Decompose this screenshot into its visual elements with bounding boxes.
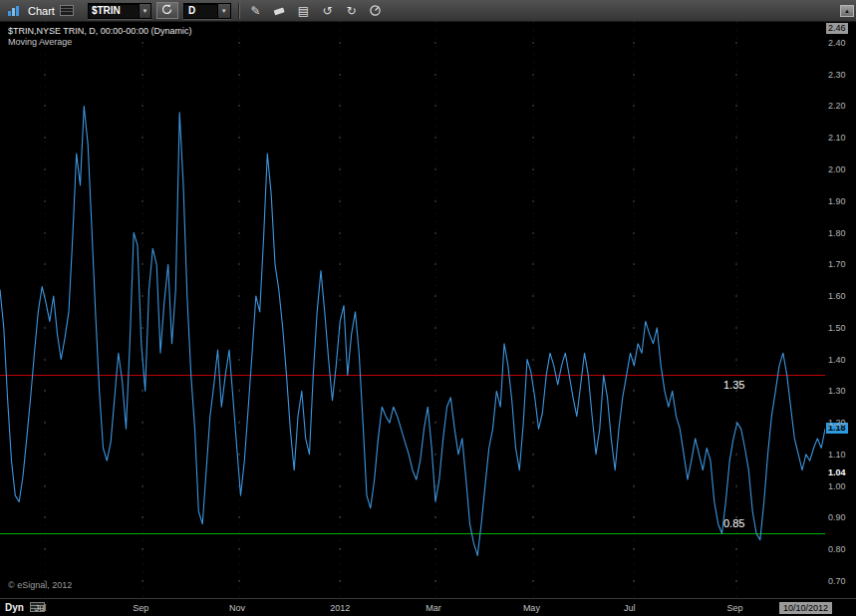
y-axis-tick: 2.00 bbox=[828, 164, 846, 174]
y-axis-tick: 1.90 bbox=[828, 196, 846, 206]
interval-dropdown-arrow[interactable]: ▼ bbox=[217, 4, 230, 18]
symbol-input[interactable] bbox=[89, 5, 139, 16]
symbol-dropdown-arrow[interactable]: ▼ bbox=[139, 4, 150, 18]
ma-value-label: 1.04 bbox=[826, 467, 848, 478]
x-axis-tick: Sep bbox=[726, 603, 742, 613]
quote-board-icon[interactable]: ▤ bbox=[294, 2, 313, 20]
app-chart-icon bbox=[6, 2, 21, 20]
y-axis-tick: 1.70 bbox=[828, 259, 846, 269]
y-axis-tick: 2.10 bbox=[828, 133, 846, 143]
y-axis-tick: 0.80 bbox=[828, 544, 846, 554]
scale-top-badge: 2.46 bbox=[826, 23, 848, 34]
window-menu-icon[interactable] bbox=[60, 5, 74, 16]
price-axis[interactable]: 2.46 1.18 1.04 2.402.302.202.102.001.901… bbox=[825, 22, 856, 598]
y-axis-tick: 1.00 bbox=[828, 481, 846, 491]
y-axis-tick: 2.30 bbox=[828, 70, 846, 80]
x-axis-tick: Sep bbox=[133, 603, 148, 613]
upper-line-value-label: 1.35 bbox=[723, 379, 744, 391]
chart-window: Chart ▼ D ▼ ✎ ▤ ↺ ↻ bbox=[0, 0, 856, 616]
refresh-icon bbox=[160, 2, 173, 20]
x-axis-tick: Jul bbox=[35, 603, 47, 613]
y-axis-tick: 1.50 bbox=[828, 323, 846, 333]
x-axis-tick: 2012 bbox=[330, 603, 350, 613]
interval-value: D bbox=[184, 5, 217, 16]
last-date-badge: 10/10/2012 bbox=[779, 602, 832, 614]
toolbar: Chart ▼ D ▼ ✎ ▤ ↺ ↻ bbox=[0, 0, 856, 22]
lower-line-value-label: 0.85 bbox=[723, 517, 744, 529]
y-axis-tick: 0.70 bbox=[828, 576, 846, 586]
y-axis-tick: 0.90 bbox=[828, 512, 846, 522]
copyright-text: © eSignal, 2012 bbox=[8, 580, 72, 590]
x-axis-tick: May bbox=[523, 603, 540, 613]
time-axis[interactable]: Dyn 10/10/2012 JulSepNov2012MarMayJulSep bbox=[0, 598, 856, 616]
y-axis-tick: 1.60 bbox=[828, 291, 846, 301]
symbol-lookup-button[interactable] bbox=[156, 2, 178, 19]
symbol-info-line: $TRIN,NYSE TRIN, D, 00:00-00:00 (Dynamic… bbox=[8, 26, 191, 36]
study-label: Moving Average bbox=[8, 37, 72, 47]
window-title: Chart bbox=[28, 5, 55, 17]
symbol-field[interactable]: ▼ bbox=[88, 3, 151, 19]
y-axis-tick: 2.40 bbox=[828, 38, 846, 48]
circle-tool-icon[interactable] bbox=[366, 2, 385, 20]
y-axis-tick: 1.30 bbox=[828, 386, 846, 396]
eraser-icon[interactable] bbox=[270, 2, 289, 20]
y-axis-tick: 1.20 bbox=[828, 418, 846, 428]
dyn-mode-button[interactable]: Dyn bbox=[5, 602, 24, 613]
redo-icon[interactable]: ↻ bbox=[342, 2, 361, 20]
x-axis-tick: Nov bbox=[229, 603, 245, 613]
y-axis-tick: 1.10 bbox=[828, 450, 846, 460]
x-axis-tick: Jul bbox=[624, 603, 636, 613]
y-axis-tick: 1.80 bbox=[828, 228, 846, 238]
scroll-up-button[interactable]: ▲ bbox=[840, 5, 854, 17]
toolbar-separator bbox=[238, 3, 239, 19]
undo-icon[interactable]: ↺ bbox=[318, 2, 337, 20]
y-axis-tick: 1.40 bbox=[828, 355, 846, 365]
x-axis-tick: Mar bbox=[426, 603, 441, 613]
interval-field[interactable]: D ▼ bbox=[183, 3, 231, 19]
chart-plot-area[interactable]: $TRIN,NYSE TRIN, D, 00:00-00:00 (Dynamic… bbox=[0, 22, 825, 598]
y-axis-tick: 2.20 bbox=[828, 101, 846, 111]
price-series-chart[interactable] bbox=[0, 22, 825, 598]
pencil-icon[interactable]: ✎ bbox=[246, 2, 265, 20]
